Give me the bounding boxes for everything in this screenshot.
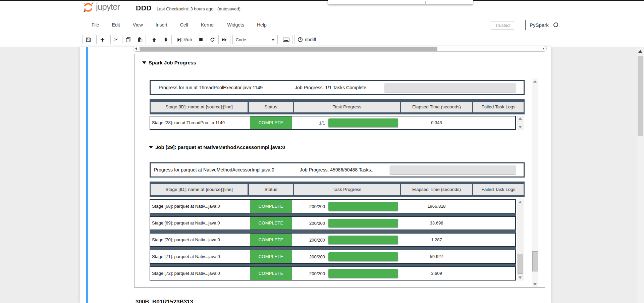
nbdiff-button[interactable]: nbdiff <box>294 35 319 44</box>
failed-logs-cell <box>473 267 515 280</box>
menu-widgets[interactable]: Widgets <box>221 18 251 32</box>
scroll-left-icon[interactable] <box>135 47 137 50</box>
copy-cell-button[interactable] <box>122 35 134 44</box>
stage-progress-bar <box>328 118 398 127</box>
status-cell: COMPLETE <box>249 267 293 280</box>
jupyter-logo-text: jupyter <box>96 2 120 12</box>
kernel-status-icon <box>553 22 558 27</box>
scrollbar-thumb[interactable] <box>518 254 523 274</box>
status-badge: COMPLETE <box>250 200 292 213</box>
menu-insert[interactable]: Insert <box>149 18 174 32</box>
scroll-down-icon[interactable] <box>519 126 522 128</box>
scroll-up-icon[interactable] <box>519 117 522 120</box>
table1-vertical-scrollbar[interactable] <box>517 116 524 130</box>
add-cell-button[interactable] <box>96 35 108 44</box>
status-cell: COMPLETE <box>249 234 293 246</box>
scroll-down-icon[interactable] <box>519 276 522 279</box>
elapsed-cell: 3.609 <box>401 267 472 280</box>
paste-cell-button[interactable] <box>134 35 146 44</box>
output-horizontal-scrollbar[interactable] <box>133 46 547 52</box>
notebook-title[interactable]: DDD <box>136 4 152 12</box>
move-cell-down-button[interactable] <box>160 35 172 44</box>
job-progress-bar <box>390 165 516 174</box>
stage-cell: Stage [71]: parquet at Nativ...java:0 <box>151 250 248 263</box>
section-title: Spark Job Progress <box>149 60 196 65</box>
run-icon <box>177 37 182 42</box>
menu-file[interactable]: File <box>85 18 106 32</box>
table-row: Stage [69]: parquet at Nativ...java:0 CO… <box>150 216 516 230</box>
save-button[interactable] <box>82 35 94 44</box>
autosave-status: (autosaved) <box>217 6 240 11</box>
next-cell-clipped: 300B_B01R1523B313 <box>136 299 303 303</box>
restart-run-all-button[interactable] <box>218 35 230 44</box>
jupyter-logo[interactable]: jupyter <box>83 2 120 13</box>
scroll-up-icon[interactable] <box>638 50 642 53</box>
status-badge: COMPLETE <box>250 267 292 280</box>
tasks-count: 200/200 <box>294 271 325 276</box>
menu-edit[interactable]: Edit <box>106 18 126 32</box>
status-badge: COMPLETE <box>250 250 292 263</box>
job-progress-count: Job Progress: 45986/50488 Tasks... <box>300 163 375 176</box>
tasks-count: 200/200 <box>294 238 325 243</box>
nbdiff-clock-icon <box>298 37 303 42</box>
paste-icon <box>137 37 143 42</box>
move-cell-up-button[interactable] <box>148 35 160 44</box>
task-progress-cell: 200/200 <box>294 217 400 230</box>
column-stage: Stage [ID]: name at [source]:[line] <box>151 102 248 112</box>
elapsed-cell: 1.287 <box>401 234 472 246</box>
scroll-up-icon[interactable] <box>519 201 522 203</box>
column-elapsed-time: Elapsed Time (seconds) <box>401 102 472 112</box>
stage-progress-bar <box>328 202 398 211</box>
checkpoint-status: Last Checkpoint: 3 hours ago <box>157 6 213 11</box>
status-cell: COMPLETE <box>249 200 293 213</box>
job-progress-count: Job Progress: 1/1 Tasks Complete <box>295 81 366 94</box>
stage-table-header: Stage [ID]: name at [source]:[line] Stat… <box>150 99 525 114</box>
column-elapsed-time: Elapsed Time (seconds) <box>401 184 472 195</box>
scrollbar-thumb[interactable] <box>638 56 643 136</box>
table2-vertical-scrollbar[interactable] <box>517 199 524 281</box>
scroll-up-icon[interactable] <box>533 80 537 83</box>
restart-kernel-button[interactable] <box>207 35 219 44</box>
trusted-badge[interactable]: Trusted <box>491 21 514 30</box>
tasks-count: 200/200 <box>294 221 325 226</box>
scroll-down-icon[interactable] <box>533 283 537 286</box>
status-badge: COMPLETE <box>250 116 292 129</box>
menubar: File Edit View Insert Cell Kernel Widget… <box>85 18 273 32</box>
browser-find-bar[interactable] <box>328 0 473 5</box>
menu-kernel[interactable]: Kernel <box>195 18 221 32</box>
widget-vertical-scrollbar[interactable] <box>532 79 538 287</box>
menu-help[interactable]: Help <box>251 18 273 32</box>
status-badge: COMPLETE <box>250 234 292 246</box>
stage-table-body: Stage [28]: run at ThreadPoo...a:1149 CO… <box>150 116 516 130</box>
tasks-count: 200/200 <box>294 254 325 259</box>
menu-cell[interactable]: Cell <box>174 18 195 32</box>
run-cell-button[interactable]: Run <box>174 35 195 44</box>
stage-progress-bar <box>328 219 398 228</box>
stage-progress-bar <box>328 236 398 244</box>
cut-cell-button[interactable]: ✂ <box>110 35 122 44</box>
table-row: Stage [72]: parquet at Nativ...java:0 CO… <box>150 266 516 281</box>
elapsed-cell: 0.343 <box>401 116 472 129</box>
copy-icon <box>125 37 131 42</box>
scrollbar-thumb[interactable] <box>532 251 538 271</box>
task-progress-cell: 1/1 <box>294 116 400 129</box>
elapsed-cell: 1966.818 <box>401 200 472 213</box>
stage-table-header: Stage [ID]: name at [source]:[line] Stat… <box>150 182 525 197</box>
stage-cell: Stage [69]: parquet at Nativ...java:0 <box>151 217 248 230</box>
page-vertical-scrollbar[interactable] <box>637 47 644 303</box>
job-progress-bar <box>384 83 516 92</box>
menu-view[interactable]: View <box>126 18 149 32</box>
spark-job-progress-heading[interactable]: Spark Job Progress <box>142 60 196 65</box>
command-palette-button[interactable] <box>280 35 292 44</box>
stage-progress-bar <box>328 269 398 278</box>
horizontal-scrollbar-thumb[interactable] <box>140 47 437 51</box>
collapse-triangle-icon <box>149 146 153 149</box>
column-failed-task-logs: Failed Task Logs <box>473 184 524 195</box>
cell-type-select[interactable]: Code <box>232 35 278 44</box>
job-29-heading[interactable]: Job [29]: parquet at NativeMethodAccesso… <box>149 144 285 150</box>
scroll-right-icon[interactable] <box>543 47 544 50</box>
toolbar: ✂ <box>82 35 321 44</box>
plus-icon <box>100 37 105 42</box>
failed-logs-cell <box>473 250 515 263</box>
interrupt-kernel-button[interactable] <box>195 35 207 44</box>
